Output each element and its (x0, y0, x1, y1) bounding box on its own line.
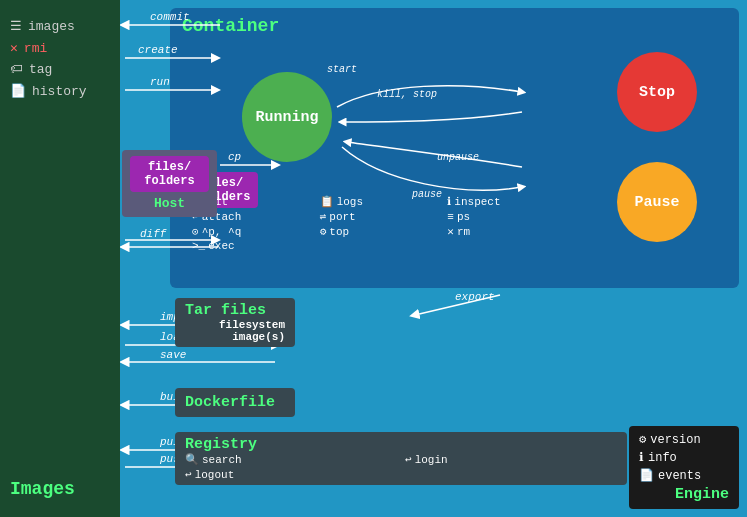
dockerfile-section: Dockerfile (175, 388, 295, 417)
logout-icon: ↩ (185, 468, 192, 481)
tarfiles-section: Tar files filesystem image(s) (175, 298, 627, 347)
pause-state: Pause (617, 162, 697, 242)
engine-title: Engine (639, 486, 729, 503)
cmd-login: ↩ login (405, 453, 617, 466)
search-icon: 🔍 (185, 453, 199, 466)
container-box: Container (170, 8, 739, 288)
registry-title: Registry (185, 436, 617, 453)
svg-text:kill, stop: kill, stop (377, 89, 437, 100)
history-icon: 📄 (10, 83, 26, 99)
cmd-rm: ✕ rm (447, 225, 567, 238)
sidebar: ☰ images ✕ rmi 🏷 tag 📄 history Images (0, 0, 120, 517)
host-files-label: files/folders (130, 156, 209, 192)
svg-text:diff: diff (140, 228, 167, 240)
cmd-port: ⇌ port (320, 210, 440, 223)
cmd-logs: 📋 logs (320, 195, 440, 208)
rm-icon: ✕ (447, 225, 454, 238)
registry-commands: 🔍 search ↩ login ↩ logout (185, 453, 617, 481)
cmd-exec: >_ exec (192, 240, 312, 252)
cmd-inspect: ℹ inspect (447, 195, 567, 208)
engine-items: ⚙ version ℹ info 📄 events (639, 432, 729, 483)
svg-text:unpause: unpause (437, 152, 479, 163)
states-area: start kill, stop unpause pause Running S… (182, 42, 727, 262)
sidebar-item-rmi[interactable]: ✕ rmi (10, 40, 110, 56)
svg-text:save: save (160, 349, 186, 361)
engine-events: 📄 events (639, 468, 729, 483)
images-section-label: Images (10, 469, 110, 499)
engine-version: ⚙ version (639, 432, 729, 447)
top-icon: ⚙ (320, 225, 327, 238)
ps-icon: ≡ (447, 211, 454, 223)
cmd-top: ⚙ top (320, 225, 440, 238)
cmd-ps: ≡ ps (447, 210, 567, 223)
container-commands: ⚓ wait 📋 logs ℹ inspect ↩ attach (192, 195, 567, 252)
cmd-detach: ⊙ ^p, ^q (192, 225, 312, 238)
detach-icon: ⊙ (192, 225, 199, 238)
engine-info: ℹ info (639, 450, 729, 465)
events-icon: 📄 (639, 468, 654, 483)
engine-box: ⚙ version ℹ info 📄 events Engine (629, 426, 739, 509)
stop-state: Stop (617, 52, 697, 132)
sidebar-item-history[interactable]: 📄 history (10, 83, 110, 99)
port-icon: ⇌ (320, 210, 327, 223)
inspect-icon: ℹ (447, 195, 451, 208)
dockerfile-box: Dockerfile (175, 388, 295, 417)
host-box: files/folders Host (122, 150, 217, 217)
rmi-icon: ✕ (10, 40, 18, 56)
registry-section: Registry 🔍 search ↩ login ↩ logout (175, 432, 627, 485)
svg-text:start: start (327, 64, 357, 75)
tarfiles-box: Tar files filesystem image(s) (175, 298, 295, 347)
registry-box: Registry 🔍 search ↩ login ↩ logout (175, 432, 627, 485)
sidebar-item-tag[interactable]: 🏷 tag (10, 62, 110, 77)
info-icon: ℹ (639, 450, 644, 465)
svg-text:run: run (150, 76, 170, 88)
host-label: Host (130, 196, 209, 211)
tag-icon: 🏷 (10, 62, 23, 77)
login-icon: ↩ (405, 453, 412, 466)
app-container: ☰ images ✕ rmi 🏷 tag 📄 history Images Co… (0, 0, 747, 517)
container-title: Container (182, 16, 727, 36)
logs-icon: 📋 (320, 195, 334, 208)
images-icon: ☰ (10, 18, 22, 34)
sidebar-item-images[interactable]: ☰ images (10, 18, 110, 34)
exec-icon: >_ (192, 240, 205, 252)
cmd-search: 🔍 search (185, 453, 397, 466)
version-icon: ⚙ (639, 432, 646, 447)
running-state: Running (242, 72, 332, 162)
cmd-logout: ↩ logout (185, 468, 397, 481)
main-area: Container (120, 0, 747, 517)
